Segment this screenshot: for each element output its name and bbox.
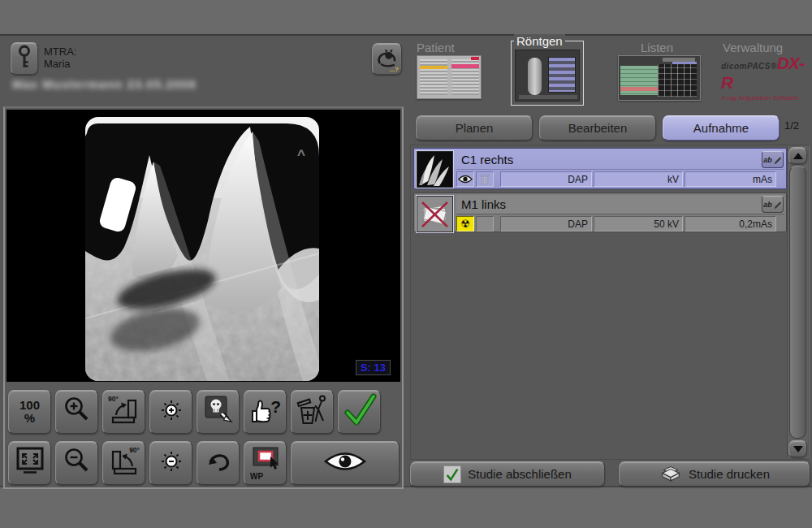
worklist-scrollbar[interactable]	[787, 146, 808, 458]
viewer-toolbar-row1: 100 % 90° ?	[8, 390, 381, 434]
zoom-in-button[interactable]	[55, 390, 98, 434]
patient-name-line: Max Mustermann 23.05.2008	[12, 77, 256, 91]
wp-label: WP	[250, 472, 263, 481]
row-info-bar: ☢ DAP 50 kV 0,2mAs	[456, 215, 784, 232]
zoom-out-icon	[61, 445, 93, 481]
tab-listen-label: Listen	[641, 41, 673, 54]
row-thumbnail-xray[interactable]	[417, 151, 453, 188]
zoom-100-label-top: 100	[19, 399, 40, 412]
animal-hint-text: ...?	[389, 66, 399, 73]
operator-info: MTRA: Maria	[44, 45, 76, 70]
mas-field: mAs	[685, 171, 776, 187]
scroll-up-button[interactable]	[788, 147, 807, 164]
xray-image	[85, 117, 319, 381]
radiation-icon: ☢	[456, 216, 474, 232]
worklist-row-c1-rechts[interactable]: C1 rechts ab DAP	[413, 148, 787, 189]
trash-person-icon	[296, 394, 329, 430]
green-check-icon	[341, 392, 378, 432]
fit-screen-icon	[14, 445, 46, 481]
finish-study-button[interactable]: Studie abschließen	[410, 461, 605, 487]
brightness-up-button[interactable]	[149, 390, 192, 434]
brightness-up-icon	[155, 394, 188, 430]
worklist-row-m1-links[interactable]: M1 links ab ☢ DAP 50 kV 0,2mAs	[413, 193, 787, 232]
quality-check-button[interactable]: ?	[244, 390, 287, 434]
edit-icon-text: ab	[763, 201, 772, 209]
app-window: MTRA: Maria Max Mustermann 23.05.2008 ..…	[0, 34, 812, 487]
edit-icon-text: ab	[763, 156, 772, 164]
brand-name: dicomPACS®	[721, 62, 777, 71]
fit-to-window-button[interactable]	[8, 441, 51, 485]
finish-check-icon	[443, 465, 461, 483]
series-label: S: 13	[356, 360, 391, 375]
quality-question-label: ?	[270, 397, 281, 417]
kv-field: kV	[594, 171, 683, 187]
tab-roentgen-label: Röntgen	[514, 34, 565, 48]
row-title: C1 rechts	[461, 153, 513, 167]
product-tagline: X-ray Acquisition Software	[721, 94, 812, 102]
undo-arrow-icon	[202, 445, 235, 481]
scrollbar-thumb[interactable]	[789, 166, 806, 439]
tab-listen-thumbnail	[618, 55, 701, 101]
screen: MTRA: Maria Max Mustermann 23.05.2008 ..…	[0, 0, 812, 528]
row-trash-icon[interactable]	[476, 171, 494, 187]
tab-verwaltung-label: Verwaltung	[723, 41, 783, 54]
rotate-cw-label: 90°	[108, 395, 119, 403]
rename-row-button[interactable]: ab	[762, 196, 784, 213]
brightness-down-icon	[155, 445, 188, 481]
main-navigation: Patient Röntgen Listen	[410, 36, 812, 109]
delete-image-button[interactable]	[291, 390, 334, 434]
printer-icon	[659, 464, 682, 485]
rotate-ccw-button[interactable]: 90°	[102, 441, 145, 485]
worklist-area: C1 rechts ab DAP	[410, 145, 810, 460]
image-panel: ^ S: 13 100 % 90°	[3, 106, 404, 489]
operator-name: Maria	[44, 58, 76, 70]
page-indicator: 1/2	[784, 119, 799, 132]
tab-patient-thumbnail	[417, 55, 482, 99]
dap-field: DAP	[500, 171, 592, 187]
visibility-eye-icon[interactable]	[456, 171, 474, 187]
print-study-button[interactable]: Studie drucken	[619, 461, 810, 487]
tab-planen[interactable]: Planen	[416, 115, 533, 141]
dap-field: DAP	[500, 216, 592, 232]
xray-viewport[interactable]: ^ S: 13	[6, 110, 400, 382]
accept-image-button[interactable]	[338, 390, 381, 434]
zoom-in-icon	[61, 394, 93, 430]
operator-role-label: MTRA:	[44, 45, 76, 58]
tab-roentgen-thumbnail	[515, 50, 580, 102]
animal-info-button[interactable]: ...?	[372, 43, 402, 75]
worklist-tabs: Planen Bearbeiten Aufnahme	[416, 115, 780, 141]
tab-aufnahme[interactable]: Aufnahme	[663, 115, 780, 141]
tab-bearbeiten-label: Bearbeiten	[568, 121, 628, 135]
scroll-down-button[interactable]	[788, 440, 807, 457]
send-image-button[interactable]	[197, 390, 240, 434]
row-thumbnail-planned[interactable]	[417, 196, 453, 232]
row-info-bar: DAP kV mAs	[456, 171, 784, 188]
row-title-bar: C1 rechts ab	[456, 150, 784, 170]
brightness-down-button[interactable]	[149, 441, 192, 485]
finish-study-label: Studie abschließen	[468, 467, 572, 481]
kv-field: 50 kV	[594, 216, 683, 232]
tab-bearbeiten[interactable]: Bearbeiten	[539, 115, 656, 141]
rotate-cw-button[interactable]: 90°	[102, 390, 145, 434]
tab-roentgen[interactable]: Röntgen	[511, 41, 584, 106]
pencil-icon	[773, 200, 782, 209]
skull-export-icon	[202, 394, 235, 430]
row-title-bar: M1 links ab	[456, 195, 784, 214]
login-key-button[interactable]	[11, 42, 38, 75]
orientation-marker: ^	[297, 147, 305, 163]
window-preset-button[interactable]: WP	[244, 441, 287, 485]
zoom-100-label-bottom: %	[19, 412, 40, 425]
key-icon	[15, 43, 33, 74]
product-name: DX-R	[721, 54, 804, 92]
row-title: M1 links	[461, 197, 506, 211]
tab-aufnahme-label: Aufnahme	[693, 121, 749, 135]
eye-icon	[322, 449, 368, 477]
tab-planen-label: Planen	[456, 121, 494, 135]
rename-row-button[interactable]: ab	[762, 151, 784, 168]
rotate-ccw-label: 90°	[129, 446, 140, 454]
zoom-100-button[interactable]: 100 %	[8, 390, 51, 434]
view-toggle-button[interactable]	[291, 441, 400, 485]
arrow-down-icon	[793, 446, 803, 452]
zoom-out-button[interactable]	[55, 441, 98, 485]
undo-button[interactable]	[197, 441, 240, 485]
